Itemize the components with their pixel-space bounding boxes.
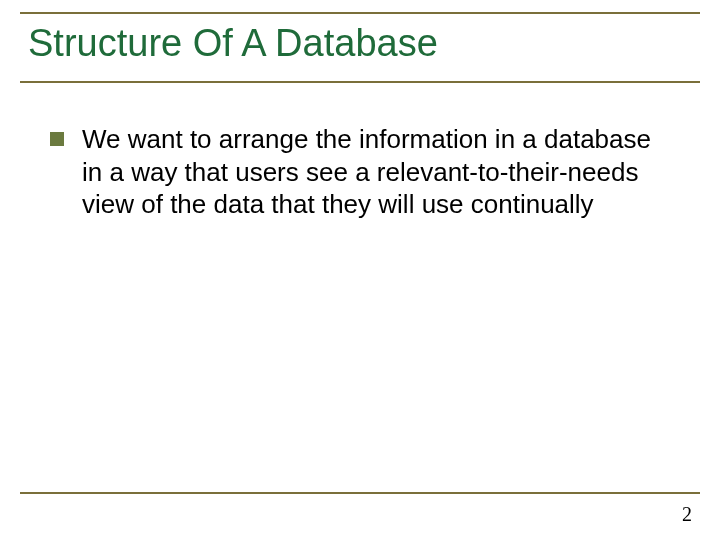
bullet-text: We want to arrange the information in a … (82, 123, 652, 221)
page-number: 2 (682, 503, 692, 526)
footer-divider (20, 492, 700, 494)
square-bullet-icon (50, 132, 64, 146)
slide-title: Structure Of A Database (28, 22, 700, 65)
slide: Structure Of A Database We want to arran… (0, 0, 720, 540)
title-block: Structure Of A Database (20, 12, 700, 83)
slide-body: We want to arrange the information in a … (20, 123, 700, 221)
bullet-item: We want to arrange the information in a … (50, 123, 690, 221)
